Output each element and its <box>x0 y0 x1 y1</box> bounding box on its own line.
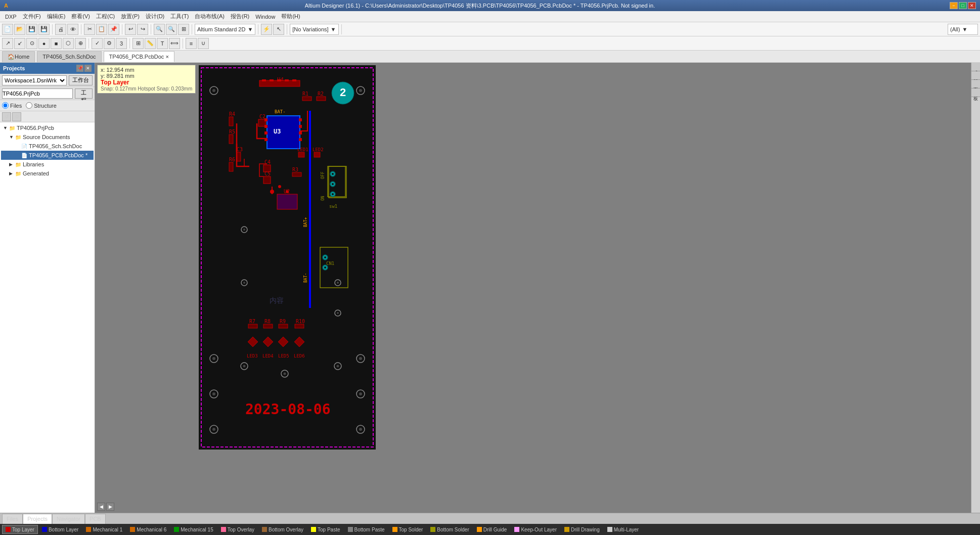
menu-dxp[interactable]: DXP <box>2 13 20 21</box>
drc-btn[interactable]: ✓ <box>92 38 103 49</box>
layer-bottom[interactable]: Bottom Layer <box>38 525 82 534</box>
tree-sch-doc[interactable]: 📄 TP4056_Sch.SchDoc <box>1 142 94 151</box>
print-prev-btn[interactable]: 👁 <box>67 24 78 35</box>
pcb-tab[interactable]: PCB <box>85 514 106 524</box>
next-arrow[interactable]: ▶ <box>106 503 114 511</box>
workspace-btn[interactable]: 工作台 <box>69 75 93 85</box>
svg-point-11 <box>212 392 215 395</box>
right-tab-system[interactable]: 式 <box>971 63 980 71</box>
files-radio-label[interactable]: Files <box>2 102 22 109</box>
layer-mech6[interactable]: Mechanical 6 <box>126 525 170 534</box>
projects-tab[interactable]: Projects <box>23 514 52 524</box>
layer-multi[interactable]: Multi-Layer <box>604 525 642 534</box>
fill-btn[interactable]: ■ <box>51 38 62 49</box>
navigator-tab[interactable]: Navigator <box>52 514 85 524</box>
tree-pcb-doc[interactable]: 📄 TP4056_PCB.PcbDoc * <box>1 151 94 160</box>
zoom-in-btn[interactable]: 🔍 <box>154 24 165 35</box>
panel-title: Projects <box>3 65 25 71</box>
files-tab[interactable]: Files <box>2 514 23 524</box>
view-mode-dropdown[interactable]: Altium Standard 2D ▼ <box>195 24 255 35</box>
layer-bottom-paste[interactable]: Bottom Paste <box>344 525 388 534</box>
panel-pin-btn[interactable]: 📌 <box>76 65 83 72</box>
menu-design[interactable]: 设计(D) <box>143 12 167 21</box>
right-tab-bus[interactable]: 板 <box>971 88 980 97</box>
cut-btn[interactable]: ✂ <box>84 24 95 35</box>
layer-keepout[interactable]: Keep-Out Layer <box>511 525 560 534</box>
pad-btn[interactable]: ⊙ <box>26 38 37 49</box>
layer-mech1[interactable]: Mechanical 1 <box>82 525 126 534</box>
layer-top[interactable]: Top Layer <box>2 525 38 534</box>
menu-window[interactable]: Window <box>252 13 278 21</box>
pcb-board[interactable]: 2 U4 R1 R2 R4 R5 C2 <box>199 65 376 450</box>
tree-source-docs[interactable]: ▼ 📁 Source Documents <box>1 132 94 142</box>
route2-btn[interactable]: ↙ <box>14 38 25 49</box>
files-radio[interactable] <box>2 102 9 109</box>
layer-drill-guide[interactable]: Drill Guide <box>473 525 511 534</box>
variations-dropdown[interactable]: [No Variations] ▼ <box>290 24 338 35</box>
snap-btn[interactable]: ⊞ <box>132 38 144 49</box>
project-input[interactable] <box>2 88 73 99</box>
open-btn[interactable]: 📂 <box>14 24 25 35</box>
home-tab[interactable]: 🏠 Home <box>2 51 35 62</box>
zoom-out-btn[interactable]: 🔍 <box>166 24 177 35</box>
copy-btn[interactable]: 📋 <box>96 24 107 35</box>
select-btn[interactable]: ↖ <box>273 24 284 35</box>
project-btn[interactable]: 工程 <box>75 88 93 99</box>
menu-project[interactable]: 工程(C) <box>93 12 118 21</box>
tree-libraries[interactable]: ▶ 📁 Libraries <box>1 160 94 169</box>
save-all-btn[interactable]: 💾 <box>38 24 50 35</box>
workspace-select[interactable]: Workspace1.DsnWrk <box>2 75 67 85</box>
tree-generated[interactable]: ▶ 📁 Generated <box>1 169 94 178</box>
right-tab-dc[interactable]: 版 <box>971 71 980 80</box>
refresh-btn[interactable]: ↺ <box>2 112 11 121</box>
maximize-button[interactable]: □ <box>959 2 967 9</box>
route-btn[interactable]: ↗ <box>2 38 13 49</box>
new-btn[interactable]: 📄 <box>2 24 13 35</box>
menu-edit[interactable]: 编辑(E) <box>44 12 69 21</box>
redo-btn[interactable]: ↪ <box>137 24 148 35</box>
pcb-doc-tab[interactable]: TP4056_PCB.PcbDoc × <box>104 51 174 62</box>
3d-btn[interactable]: 3 <box>116 38 127 49</box>
minimize-button[interactable]: − <box>950 2 958 9</box>
layer-mech15[interactable]: Mechanical 15 <box>170 525 216 534</box>
layer-top-solder[interactable]: Top Solder <box>389 525 427 534</box>
measure-btn[interactable]: 📏 <box>145 38 156 49</box>
union-btn[interactable]: ∪ <box>198 38 209 49</box>
undo-btn[interactable]: ↩ <box>125 24 136 35</box>
structure-radio[interactable] <box>26 102 32 109</box>
close-button[interactable]: ✕ <box>968 2 976 9</box>
paste-btn[interactable]: 📌 <box>108 24 119 35</box>
layer-drill-drawing[interactable]: Drill Drawing <box>561 525 603 534</box>
layer-top-overlay[interactable]: Top Overlay <box>217 525 258 534</box>
menu-tools[interactable]: 工具(T) <box>167 12 192 21</box>
comp-btn[interactable]: ⊕ <box>75 38 86 49</box>
poly-btn[interactable]: ⬡ <box>63 38 74 49</box>
tree-settings-btn[interactable]: ⚙ <box>12 112 21 121</box>
tree-root[interactable]: ▼ 📁 TP4056.PrjPcb <box>1 123 94 132</box>
prev-arrow[interactable]: ◀ <box>97 503 105 511</box>
menu-help[interactable]: 帮助(H) <box>278 12 303 21</box>
zoom-fit-btn[interactable]: ⊞ <box>178 24 189 35</box>
highlight-btn[interactable]: ⚡ <box>261 24 272 35</box>
structure-radio-label[interactable]: Structure <box>26 102 57 109</box>
dim-btn[interactable]: ⟺ <box>169 38 180 49</box>
menu-file[interactable]: 文件(F) <box>20 12 44 21</box>
menu-view[interactable]: 察看(V) <box>68 12 93 21</box>
layer-bottom-overlay[interactable]: Bottom Overlay <box>258 525 307 534</box>
panel-close-btn[interactable]: ✕ <box>84 65 92 72</box>
save-btn[interactable]: 💾 <box>26 24 37 35</box>
layer-bottom-solder[interactable]: Bottom Solder <box>427 525 472 534</box>
all-dropdown[interactable]: (All) ▼ <box>948 24 978 35</box>
print-btn[interactable]: 🖨 <box>55 24 66 35</box>
right-tab-inst[interactable]: 面 <box>971 80 980 88</box>
align-btn[interactable]: ≡ <box>186 38 197 49</box>
text-btn[interactable]: T <box>157 38 168 49</box>
sch-doc-tab[interactable]: TP4056_Sch.SchDoc <box>37 51 101 62</box>
menu-place[interactable]: 放置(P) <box>118 12 143 21</box>
canvas-area[interactable]: x: 12.954 mm y: 89.281 mm Top Layer Snap… <box>95 63 971 513</box>
menu-report[interactable]: 报告(R) <box>228 12 252 21</box>
rules-btn[interactable]: ⚙ <box>104 38 115 49</box>
via-btn[interactable]: ● <box>38 38 50 49</box>
layer-top-paste[interactable]: Top Paste <box>307 525 343 534</box>
menu-autoroute[interactable]: 自动布线(A) <box>192 12 228 21</box>
